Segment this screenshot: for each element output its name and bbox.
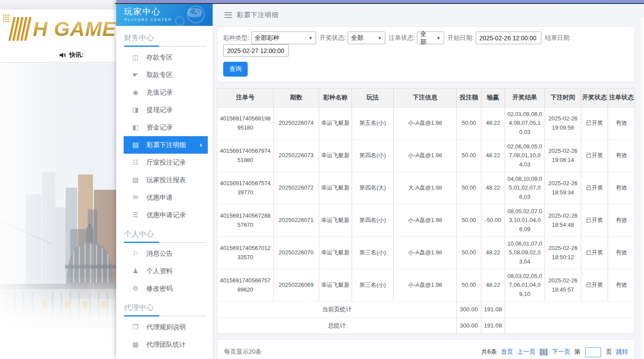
- table-cell: 有效: [608, 269, 635, 302]
- start-date-input[interactable]: [476, 32, 541, 44]
- column-header: 开奖状态: [581, 88, 608, 107]
- summary-label: 总统计: [217, 318, 457, 334]
- jump-page-input[interactable]: [585, 347, 601, 357]
- chevron-down-icon: ▼: [432, 36, 441, 40]
- table-cell: 有效: [608, 237, 635, 269]
- table-cell: 50.00: [457, 172, 481, 204]
- table-cell: 02,06,09,05,07,08,01,10,04,03: [505, 140, 545, 172]
- top-accent-line: [115, 3, 644, 4]
- gamepad-icon: [187, 8, 202, 17]
- sidebar-item-funds-record[interactable]: ◧资金记录: [124, 119, 208, 136]
- first-page-link[interactable]: 首页: [501, 348, 513, 356]
- sidebar-item-recharge-moneybag[interactable]: ◉充值记录: [124, 84, 208, 101]
- summary-bet-total: 300.00: [457, 318, 481, 334]
- column-header: 下注信息: [394, 88, 457, 107]
- table-cell: 已开奖: [581, 204, 608, 237]
- capitol-background-image: [0, 63, 116, 359]
- table-cell: 幸运飞艇新: [319, 204, 352, 237]
- jump-prefix-text: 第: [574, 348, 580, 356]
- table-cell: 04,08,10,09,05,01,02,07,06,03: [505, 172, 545, 204]
- sidebar-item-lottery-bet-detail[interactable]: ▤彩票下注明细›: [124, 136, 208, 154]
- next-page-link[interactable]: 下一页: [552, 348, 570, 356]
- table-cell: -50.00: [481, 204, 505, 237]
- bets-table-panel: 注单号期数彩种名称玩法下注信息投注额输赢开奖结果下注时间开奖状态注单状态 401…: [217, 88, 635, 334]
- column-header: 彩种名称: [319, 88, 352, 107]
- player-bet-report-icon: ▨: [131, 176, 140, 184]
- table-cell: 48.22: [481, 140, 505, 172]
- table-cell: 48.22: [481, 237, 505, 269]
- draw-status-label: 开奖状态:: [320, 34, 346, 42]
- prev-page-link[interactable]: 上一页: [517, 348, 535, 356]
- sidebar-item-gear[interactable]: ⚙修改密码: [124, 280, 208, 297]
- logo-dots-decor: [3, 14, 10, 23]
- sidebar-item-hall-bet-record[interactable]: ☷厅室投注记录: [124, 154, 208, 171]
- sidebar-item-label: 彩票下注明细: [146, 141, 186, 149]
- sidebar-item-withdraw-hand[interactable]: ☛取款专区: [124, 66, 208, 84]
- news-label: 快讯:: [69, 51, 84, 59]
- column-header: 输赢: [481, 88, 505, 107]
- sidebar-item-label: 代理规则说明: [146, 323, 186, 331]
- column-header: 玩法: [352, 88, 394, 107]
- menu-toggle-icon[interactable]: [224, 12, 232, 18]
- bets-table: 注单号期数彩种名称玩法下注信息投注额输赢开奖结果下注时间开奖状态注单状态 401…: [217, 88, 635, 334]
- sidebar-item-promo-apply-record[interactable]: ☰优惠申请记录: [124, 206, 208, 224]
- decor-circle: [175, 16, 185, 26]
- gear-icon: ⚙: [131, 285, 140, 292]
- order-status-select[interactable]: 全部 ▼: [417, 32, 444, 44]
- total-count-text: 共6条: [481, 348, 497, 356]
- sidebar-item-agent-team-stats[interactable]: ▦代理团队统计: [124, 336, 208, 353]
- end-date-input[interactable]: [223, 44, 289, 57]
- lottery-type-label: 彩种类型:: [223, 34, 249, 42]
- table-cell: 有效: [608, 204, 635, 237]
- scrollbar-track[interactable]: [640, 17, 644, 359]
- page-size-text: 每页显示20条: [224, 348, 262, 356]
- table-cell: 第四名(小): [352, 140, 394, 172]
- withdraw-hand-icon: ☛: [131, 71, 140, 79]
- sidebar-item-label: 取款专区: [146, 71, 173, 79]
- jump-suffix-text: 页: [606, 348, 612, 356]
- sidebar-item-label: 厅室投注记录: [146, 158, 186, 167]
- table-cell: 小-A盘@1.98: [394, 204, 457, 237]
- table-cell: 已开奖: [581, 172, 608, 204]
- sidebar-item-label: 消息公告: [146, 250, 173, 258]
- agent-rules-icon: ❐: [131, 323, 140, 331]
- section-underline: [124, 242, 206, 243]
- draw-status-select[interactable]: 全部 ▼: [348, 32, 385, 44]
- search-button[interactable]: 查询: [223, 62, 248, 77]
- end-date-label: 结束日期:: [545, 34, 571, 42]
- sidebar-item-player-bet-report[interactable]: ▨玩家投注报表: [124, 171, 208, 189]
- profile-icon: ♟: [131, 267, 140, 275]
- order-status-value: 全部: [420, 30, 432, 46]
- sidebar-item-deposit-card[interactable]: ◫存款专区: [124, 49, 208, 66]
- sidebar-item-withdrawal-record[interactable]: ◨提现记录: [124, 101, 208, 119]
- table-cell: 48.22: [481, 172, 505, 204]
- lottery-bet-detail-icon: ▤: [131, 141, 140, 149]
- table-cell: 08,03,02,05,07,06,01,04,09,10: [505, 269, 545, 302]
- table-row: 40156917405679745188020250226073幸运飞艇新第四名…: [217, 140, 635, 172]
- sidebar-item-bell[interactable]: ⚐消息公告: [124, 245, 208, 262]
- sidebar-item-label: 修改密码: [146, 285, 173, 293]
- table-cell: 401569174056701233570: [217, 237, 274, 269]
- table-cell: 第四名(大): [352, 172, 394, 204]
- sidebar-item-label: 个人资料: [146, 267, 173, 275]
- promo-apply-record-icon: ☰: [131, 211, 140, 219]
- sidebar-menu: 财务中心◫存款专区☛取款专区◉充值记录◨提现记录◧资金记录▤彩票下注明细›☷厅室…: [116, 26, 213, 353]
- table-cell: 401569174056728857670: [217, 204, 274, 237]
- sidebar-item-profile[interactable]: ♟个人资料: [124, 262, 208, 280]
- order-status-label: 注单状态:: [389, 34, 415, 42]
- sidebar-item-agent-rules[interactable]: ❐代理规则说明: [124, 318, 208, 336]
- column-header: 下注时间: [545, 88, 581, 107]
- table-cell: 已开奖: [581, 107, 608, 140]
- news-ticker-bar: 快讯:: [0, 48, 116, 63]
- withdrawal-record-icon: ◨: [131, 106, 140, 114]
- lottery-type-select[interactable]: 全部彩种 ▼: [251, 32, 316, 44]
- sidebar-item-label: 优惠申请记录: [146, 211, 186, 219]
- table-cell: 401569174056757439770: [217, 172, 274, 204]
- funds-record-icon: ◧: [131, 123, 140, 131]
- jump-link[interactable]: 跳转: [616, 348, 628, 356]
- column-header: 期数: [274, 88, 319, 107]
- table-cell: 50.00: [457, 237, 481, 269]
- section-underline: [124, 316, 206, 317]
- sidebar-item-promo-apply[interactable]: ✉优惠申请: [124, 189, 208, 206]
- pagination-bar: 每页显示20条 共6条 首页 上一页 [1] 下一页 第 页 跳转: [217, 339, 635, 359]
